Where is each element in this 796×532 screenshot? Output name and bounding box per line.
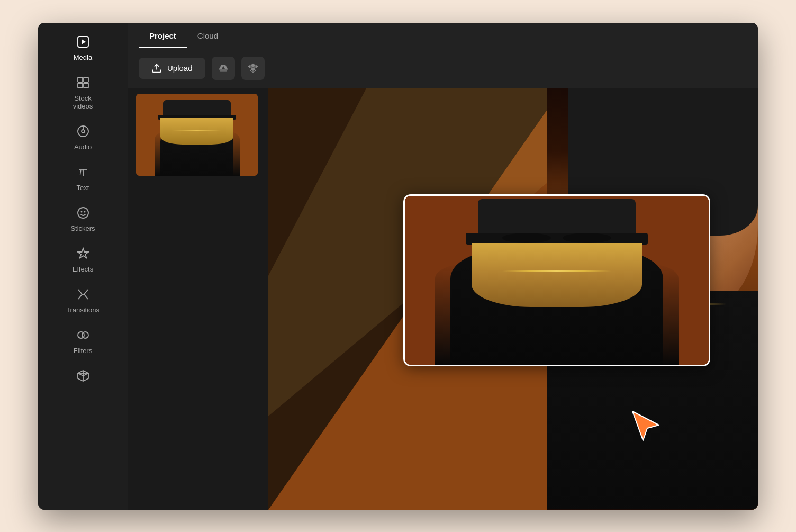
sidebar-item-label: Audio [74, 143, 92, 151]
disc-icon [77, 125, 89, 140]
svg-marker-22 [248, 65, 250, 68]
dropbox-button[interactable] [241, 57, 265, 80]
media-grid [136, 94, 268, 176]
svg-marker-27 [632, 411, 659, 440]
svg-point-17 [82, 332, 88, 338]
svg-point-14 [84, 211, 85, 212]
actions-row: Upload [139, 48, 747, 88]
sidebar-item-stickers[interactable]: Stickers [38, 199, 128, 240]
sidebar-item-3d[interactable] [38, 362, 128, 392]
preview-canvas [268, 88, 758, 510]
upload-label: Upload [167, 64, 193, 73]
app-window: Media Stockvideos Audio [38, 23, 758, 510]
sidebar-item-label: Filters [74, 347, 92, 355]
sidebar: Media Stockvideos Audio [38, 23, 128, 510]
svg-point-13 [80, 211, 82, 212]
sidebar-item-audio[interactable]: Audio [38, 118, 128, 158]
svg-text:T: T [78, 169, 83, 177]
svg-marker-24 [250, 67, 256, 71]
type-icon: T [77, 166, 89, 181]
grid-icon [77, 76, 89, 91]
tab-cloud[interactable]: Cloud [187, 23, 229, 48]
top-panel: Project Cloud Upload [128, 23, 758, 88]
sidebar-item-filters[interactable]: Filters [38, 321, 128, 362]
arrow-cursor-icon [627, 406, 665, 444]
upload-button[interactable]: Upload [139, 58, 205, 79]
sidebar-item-stock-videos[interactable]: Stockvideos [38, 69, 128, 118]
sidebar-item-transitions[interactable]: Transitions [38, 281, 128, 321]
svg-marker-23 [256, 65, 258, 68]
svg-rect-3 [84, 77, 88, 82]
sidebar-item-media[interactable]: Media [38, 28, 128, 69]
star-icon [77, 247, 89, 262]
google-drive-icon [218, 63, 229, 74]
svg-rect-5 [84, 83, 88, 88]
split-icon [77, 288, 89, 303]
cursor-arrow [627, 406, 665, 446]
circles-icon [77, 329, 89, 344]
tab-project[interactable]: Project [139, 23, 187, 48]
sidebar-item-label: Stockvideos [73, 94, 93, 110]
svg-rect-2 [78, 77, 83, 82]
svg-point-7 [82, 130, 85, 133]
svg-point-12 [78, 208, 88, 218]
dropbox-icon [248, 63, 258, 74]
svg-rect-4 [78, 83, 83, 88]
media-panel [128, 88, 276, 510]
upload-icon [151, 63, 162, 74]
tabs-row: Project Cloud [139, 23, 747, 48]
play-square-icon [77, 35, 89, 50]
circle-icon [77, 206, 89, 221]
main-content: Project Cloud Upload [128, 23, 758, 510]
sidebar-item-label: Text [77, 184, 89, 192]
svg-marker-1 [82, 39, 86, 44]
sidebar-item-label: Media [74, 53, 92, 61]
media-thumbnail[interactable] [136, 94, 258, 176]
sidebar-item-text[interactable]: T Text [38, 158, 128, 199]
google-drive-button[interactable] [212, 57, 235, 80]
sidebar-item-effects[interactable]: Effects [38, 240, 128, 281]
sidebar-item-label: Transitions [66, 306, 100, 314]
sidebar-item-label: Stickers [70, 224, 95, 232]
media-preview-area [128, 88, 758, 510]
sidebar-item-label: Effects [73, 265, 94, 273]
cube-icon [77, 369, 89, 384]
selected-clip-frame[interactable] [403, 194, 710, 366]
